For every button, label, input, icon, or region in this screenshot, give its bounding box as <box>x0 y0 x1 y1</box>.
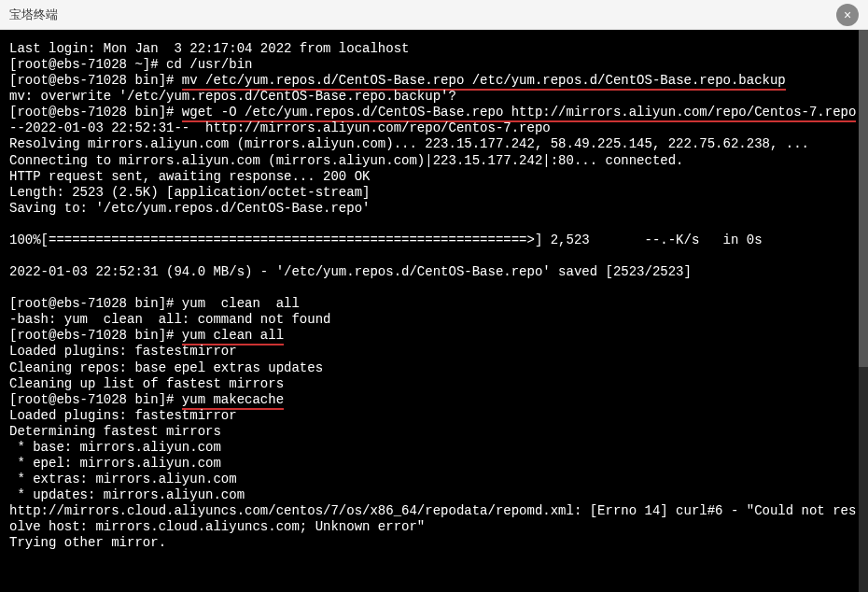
terminal-content: Last login: Mon Jan 3 22:17:04 2022 from… <box>9 41 863 552</box>
terminal-line: http://mirrors.cloud.aliyuncs.com/centos… <box>9 503 863 535</box>
terminal-line: * epel: mirrors.aliyun.com <box>9 456 863 472</box>
terminal-line: * extras: mirrors.aliyun.com <box>9 472 863 487</box>
terminal-line: 100%[===================================… <box>9 233 863 248</box>
prompt: [root@ebs-71028 bin]# <box>9 392 182 407</box>
terminal-line: [root@ebs-71028 ~]# cd /usr/bin <box>9 57 863 73</box>
terminal-line <box>9 248 863 264</box>
terminal-line: -bash: yum clean all: command not found <box>9 312 863 328</box>
terminal-line: [root@ebs-71028 bin]# mv /etc/yum.repos.… <box>9 73 863 89</box>
terminal-line: Loaded plugins: fastestmirror <box>9 344 863 359</box>
terminal-line <box>9 217 863 233</box>
scrollbar[interactable] <box>859 30 868 592</box>
terminal-line: Cleaning up list of fastest mirrors <box>9 376 863 392</box>
close-icon: × <box>844 7 851 22</box>
terminal[interactable]: Last login: Mon Jan 3 22:17:04 2022 from… <box>0 30 868 592</box>
terminal-line: [root@ebs-71028 bin]# yum clean all <box>9 296 863 312</box>
terminal-line <box>9 280 863 296</box>
scrollbar-thumb[interactable] <box>859 30 868 367</box>
terminal-line: [root@ebs-71028 bin]# yum makecache <box>9 392 863 408</box>
terminal-line: Last login: Mon Jan 3 22:17:04 2022 from… <box>9 41 863 57</box>
close-button[interactable]: × <box>836 4 859 26</box>
terminal-line: Connecting to mirrors.aliyun.com (mirror… <box>9 153 863 169</box>
terminal-line: * updates: mirrors.aliyun.com <box>9 487 863 503</box>
titlebar: 宝塔终端 × <box>0 0 868 30</box>
terminal-line: 2022-01-03 22:52:31 (94.0 MB/s) - '/etc/… <box>9 264 863 280</box>
terminal-line: Length: 2523 (2.5K) [application/octet-s… <box>9 185 863 201</box>
terminal-line: [root@ebs-71028 bin]# yum clean all <box>9 328 863 344</box>
terminal-line: Resolving mirrors.aliyun.com (mirrors.al… <box>9 136 863 152</box>
terminal-line: Cleaning repos: base epel extras updates <box>9 360 863 376</box>
terminal-line: Determining fastest mirrors <box>9 424 863 440</box>
terminal-line: Trying other mirror. <box>9 535 863 551</box>
terminal-line: * base: mirrors.aliyun.com <box>9 440 863 456</box>
terminal-line: mv: overwrite '/etc/yum.repos.d/CentOS-B… <box>9 89 863 105</box>
terminal-line: [root@ebs-71028 bin]# wget -O /etc/yum.r… <box>9 105 863 120</box>
window-title: 宝塔终端 <box>9 7 58 23</box>
terminal-line: HTTP request sent, awaiting response... … <box>9 169 863 185</box>
terminal-line: Saving to: '/etc/yum.repos.d/CentOS-Base… <box>9 201 863 217</box>
prompt: [root@ebs-71028 bin]# <box>9 73 182 88</box>
terminal-line: Loaded plugins: fastestmirror <box>9 408 863 424</box>
prompt: [root@ebs-71028 bin]# <box>9 328 182 343</box>
terminal-line: --2022-01-03 22:52:31-- http://mirrors.a… <box>9 120 863 136</box>
command: yum makecache <box>182 392 284 410</box>
prompt: [root@ebs-71028 bin]# <box>9 105 182 120</box>
